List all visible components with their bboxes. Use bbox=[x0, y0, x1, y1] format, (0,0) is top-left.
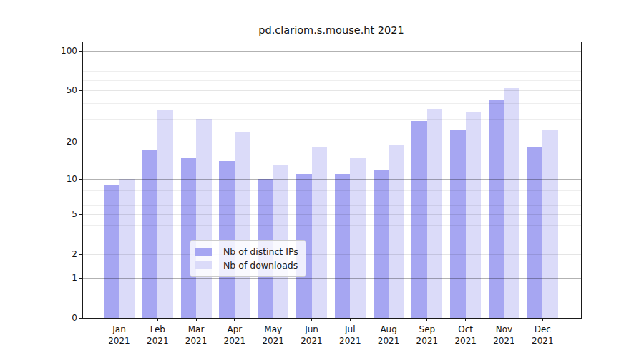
x-tick-label-dec: Dec2021 bbox=[519, 324, 565, 347]
y-tick-label-50: 50 bbox=[42, 84, 77, 96]
legend-swatch-distinct-ips bbox=[195, 248, 212, 256]
legend-label-downloads: Nb of downloads bbox=[223, 260, 298, 271]
y-tick-label-1: 1 bbox=[42, 272, 77, 284]
bar-distinct-ips-mar bbox=[181, 158, 197, 318]
chart-title: pd.clariom.s.mouse.ht 2021 bbox=[82, 24, 580, 36]
x-tick-dec bbox=[542, 319, 543, 321]
bar-downloads-jul bbox=[350, 158, 366, 318]
bar-downloads-feb bbox=[157, 110, 173, 318]
legend: Nb of distinct IPs Nb of downloads bbox=[190, 240, 306, 277]
legend-swatch-downloads bbox=[195, 261, 212, 269]
legend-entry-distinct-ips: Nb of distinct IPs bbox=[195, 245, 298, 258]
x-tick-mar bbox=[196, 319, 197, 321]
y-tick-20 bbox=[79, 142, 82, 142]
bar-downloads-jun bbox=[312, 147, 328, 318]
y-tick-50 bbox=[79, 90, 82, 91]
gridline-90 bbox=[83, 57, 581, 57]
y-tick-label-20: 20 bbox=[42, 136, 77, 147]
y-tick-label-2: 2 bbox=[42, 248, 77, 260]
x-tick-jul bbox=[350, 319, 351, 321]
x-tick-apr bbox=[234, 319, 235, 321]
y-tick-10 bbox=[79, 179, 82, 180]
y-tick-100 bbox=[79, 51, 82, 52]
x-tick-may bbox=[273, 319, 273, 321]
x-tick-oct bbox=[465, 319, 466, 321]
gridline-60 bbox=[83, 80, 581, 81]
plot-area: 0125102050100Jan2021Feb2021Mar2021Apr202… bbox=[82, 42, 582, 319]
y-tick-0 bbox=[79, 318, 82, 319]
bar-distinct-ips-jan bbox=[104, 185, 119, 318]
bar-downloads-apr bbox=[235, 132, 250, 318]
y-tick-label-10: 10 bbox=[42, 173, 77, 185]
bar-downloads-sep bbox=[427, 109, 443, 318]
bar-distinct-ips-dec bbox=[527, 147, 543, 318]
y-tick-label-0: 0 bbox=[42, 312, 77, 324]
bar-distinct-ips-aug bbox=[374, 170, 389, 318]
bar-distinct-ips-nov bbox=[489, 100, 504, 318]
bar-distinct-ips-feb bbox=[142, 150, 158, 318]
x-tick-sep bbox=[426, 319, 427, 321]
bar-downloads-nov bbox=[504, 88, 520, 318]
gridline-100 bbox=[83, 51, 581, 52]
bar-downloads-mar bbox=[196, 119, 212, 318]
bar-distinct-ips-oct bbox=[450, 130, 466, 318]
x-tick-jan bbox=[119, 319, 119, 321]
bar-distinct-ips-jul bbox=[335, 174, 351, 318]
x-tick-jun bbox=[311, 319, 312, 321]
chart-window: pd.clariom.s.mouse.ht 2021 0125102050100… bbox=[0, 0, 644, 358]
x-tick-nov bbox=[504, 319, 504, 321]
y-tick-5 bbox=[79, 214, 82, 215]
x-tick-feb bbox=[157, 319, 158, 321]
legend-label-distinct-ips: Nb of distinct IPs bbox=[223, 246, 298, 257]
x-tick-aug bbox=[389, 319, 389, 321]
gridline-70 bbox=[83, 71, 581, 72]
y-tick-2 bbox=[79, 254, 82, 255]
y-tick-1 bbox=[79, 278, 82, 279]
bar-downloads-oct bbox=[466, 112, 482, 318]
y-tick-label-100: 100 bbox=[42, 45, 77, 57]
bar-distinct-ips-sep bbox=[411, 121, 427, 318]
gridline-80 bbox=[83, 64, 581, 64]
legend-entry-downloads: Nb of downloads bbox=[195, 258, 298, 272]
y-tick-label-5: 5 bbox=[42, 208, 77, 220]
bar-downloads-dec bbox=[542, 130, 558, 318]
bar-downloads-aug bbox=[389, 145, 404, 318]
bar-downloads-jan bbox=[119, 179, 135, 318]
